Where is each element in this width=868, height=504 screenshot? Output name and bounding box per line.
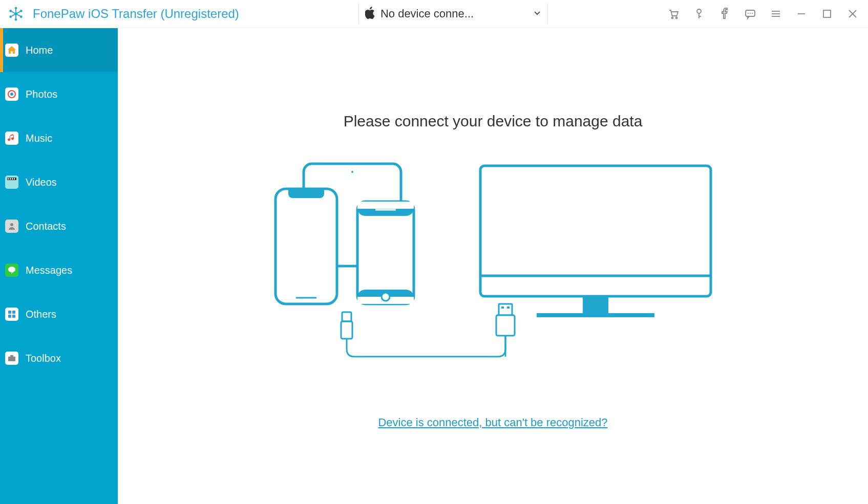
svg-point-14 xyxy=(676,17,678,19)
svg-point-30 xyxy=(10,93,13,96)
svg-rect-60 xyxy=(499,304,512,315)
sidebar-item-contacts[interactable]: Contacts xyxy=(0,204,118,248)
svg-rect-35 xyxy=(14,178,15,180)
feedback-icon[interactable] xyxy=(744,8,756,20)
sidebar-item-others[interactable]: Others xyxy=(0,292,118,336)
svg-rect-34 xyxy=(12,178,13,180)
chevron-down-icon xyxy=(533,9,541,19)
sidebar-item-label: Others xyxy=(26,309,56,320)
facebook-icon[interactable] xyxy=(718,8,731,20)
others-icon xyxy=(5,308,18,321)
svg-rect-58 xyxy=(342,312,351,321)
apple-icon xyxy=(365,7,375,21)
svg-rect-32 xyxy=(8,178,9,180)
sidebar-item-label: Videos xyxy=(26,177,57,188)
toolbox-icon xyxy=(5,352,18,365)
sidebar-item-label: Home xyxy=(26,45,53,56)
svg-rect-62 xyxy=(507,306,510,309)
sidebar-item-label: Messages xyxy=(26,265,72,276)
svg-rect-33 xyxy=(10,178,11,180)
svg-point-19 xyxy=(748,13,749,14)
sidebar-item-home[interactable]: Home xyxy=(0,28,118,72)
sidebar-item-label: Toolbox xyxy=(26,353,61,364)
svg-point-44 xyxy=(351,171,353,173)
svg-rect-63 xyxy=(496,315,515,336)
sidebar-item-music[interactable]: Music xyxy=(0,116,118,160)
svg-rect-59 xyxy=(341,321,352,339)
svg-rect-41 xyxy=(8,357,15,361)
sidebar-item-label: Photos xyxy=(26,89,57,100)
contacts-icon xyxy=(5,220,18,233)
svg-point-15 xyxy=(697,9,701,13)
videos-icon xyxy=(5,176,18,189)
key-icon[interactable] xyxy=(693,8,705,20)
svg-rect-38 xyxy=(12,311,15,314)
music-icon xyxy=(5,132,18,145)
svg-point-53 xyxy=(382,293,390,301)
svg-point-13 xyxy=(672,17,673,19)
svg-rect-57 xyxy=(537,313,654,317)
svg-rect-42 xyxy=(10,355,13,357)
device-selector[interactable]: No device conne... xyxy=(358,4,548,24)
svg-rect-45 xyxy=(276,189,337,304)
toolbar-right xyxy=(667,8,868,20)
svg-point-20 xyxy=(750,13,751,14)
title-bar: FonePaw iOS Transfer (Unregistered) No d… xyxy=(0,0,868,28)
svg-rect-61 xyxy=(501,306,504,309)
connect-illustration xyxy=(270,161,716,378)
cart-icon[interactable] xyxy=(667,8,680,20)
sidebar-item-label: Music xyxy=(26,133,52,144)
maximize-button[interactable] xyxy=(821,8,833,20)
svg-point-21 xyxy=(752,13,753,14)
sidebar: Home Photos Music Videos xyxy=(0,28,118,504)
app-title: FonePaw iOS Transfer (Unregistered) xyxy=(33,7,239,21)
svg-rect-56 xyxy=(583,296,608,314)
svg-point-1 xyxy=(15,7,17,9)
connect-headline: Please connect your device to manage dat… xyxy=(344,113,643,130)
messages-icon xyxy=(5,264,18,277)
close-button[interactable] xyxy=(846,8,859,20)
app-logo-icon xyxy=(8,6,24,21)
svg-point-2 xyxy=(15,18,17,21)
svg-rect-49 xyxy=(357,202,414,209)
menu-icon[interactable] xyxy=(770,8,782,20)
device-selector-label: No device conne... xyxy=(380,7,474,20)
svg-rect-37 xyxy=(8,311,11,314)
sidebar-item-photos[interactable]: Photos xyxy=(0,72,118,116)
svg-point-36 xyxy=(10,223,13,226)
sidebar-item-toolbox[interactable]: Toolbox xyxy=(0,336,118,380)
not-recognized-link[interactable]: Device is connected, but can't be recogn… xyxy=(378,416,607,429)
svg-rect-26 xyxy=(823,10,831,17)
sidebar-item-videos[interactable]: Videos xyxy=(0,160,118,204)
sidebar-item-messages[interactable]: Messages xyxy=(0,248,118,292)
minimize-button[interactable] xyxy=(795,8,808,20)
svg-rect-39 xyxy=(8,315,11,318)
sidebar-item-label: Contacts xyxy=(26,221,66,232)
svg-rect-47 xyxy=(357,202,414,304)
main-content: Please connect your device to manage dat… xyxy=(118,28,868,504)
photos-icon xyxy=(5,87,18,101)
home-icon xyxy=(5,43,18,57)
svg-rect-40 xyxy=(12,315,15,318)
